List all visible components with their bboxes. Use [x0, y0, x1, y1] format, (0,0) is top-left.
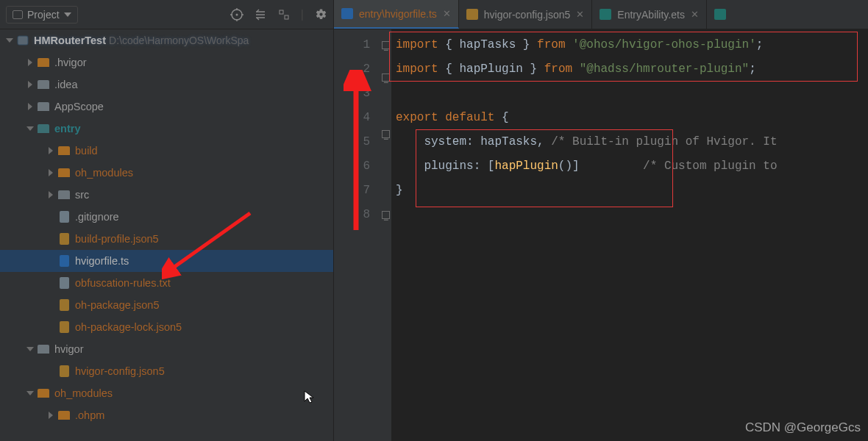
- folder-icon: [38, 58, 49, 67]
- expand-icon[interactable]: [254, 8, 267, 21]
- close-icon[interactable]: ✕: [443, 8, 451, 19]
- tree-folder[interactable]: build: [0, 140, 333, 162]
- tab-label: entry\hvigorfile.ts: [359, 8, 437, 20]
- close-icon[interactable]: ✕: [576, 9, 584, 20]
- json-file-icon: [466, 9, 478, 20]
- locate-icon[interactable]: [230, 8, 243, 21]
- editor-panel: entry\hvigorfile.ts ✕ hvigor-config.json…: [334, 0, 868, 441]
- tree-item-label: AppScope: [54, 101, 104, 112]
- tree-arrow-icon: [46, 146, 56, 156]
- fold-marker-icon[interactable]: [382, 130, 390, 138]
- code-line[interactable]: plugins: [hapPlugin()] /* Custom plugin …: [396, 154, 868, 179]
- folder-icon: [38, 80, 49, 89]
- code-line[interactable]: [396, 203, 868, 227]
- tree-file[interactable]: hvigor-config.json5: [0, 360, 333, 382]
- tree-item-label: oh_modules: [75, 167, 133, 179]
- tree-folder[interactable]: AppScope: [0, 96, 333, 118]
- line-number: 5: [334, 130, 370, 154]
- ets-file-icon: [714, 9, 726, 20]
- tree-folder[interactable]: hvigor: [0, 338, 333, 360]
- tree-item-label: .idea: [54, 79, 77, 90]
- editor-tab[interactable]: EntryAbility.ets ✕: [592, 0, 707, 29]
- ets-file-icon: [600, 9, 611, 20]
- watermark: CSDN @GeorgeGcs: [745, 420, 861, 435]
- tree-folder[interactable]: src: [0, 184, 333, 206]
- fold-marker-icon[interactable]: [382, 74, 390, 82]
- project-view-dropdown[interactable]: Project: [6, 6, 78, 24]
- project-icon: [13, 10, 23, 19]
- tree-root[interactable]: HMRouterTest D:\code\HarmonyOS\WorkSpa: [0, 29, 333, 51]
- line-number: 8: [334, 203, 370, 227]
- tree-file[interactable]: obfuscation-rules.txt: [0, 272, 333, 294]
- project-toolbar: Project |: [0, 0, 333, 29]
- editor-tabs: entry\hvigorfile.ts ✕ hvigor-config.json…: [334, 0, 868, 29]
- project-tree-panel: Project | HMRout: [0, 0, 334, 441]
- tree-item-label: .ohpm: [75, 409, 104, 421]
- collapse-icon[interactable]: [277, 8, 291, 21]
- file-icon: [60, 299, 69, 311]
- folder-icon: [58, 411, 70, 420]
- folder-icon: [38, 389, 49, 398]
- folder-icon: [58, 146, 70, 155]
- tree-item-label: oh_modules: [54, 387, 113, 399]
- code-area[interactable]: import { hapTasks } from '@ohos/hvigor-o…: [391, 29, 868, 441]
- tree-item-label: .hvigor: [54, 57, 87, 68]
- file-icon: [60, 321, 69, 333]
- ts-file-icon: [341, 8, 353, 19]
- tree-folder[interactable]: .ohpm: [0, 404, 333, 426]
- tree-arrow-icon: [25, 344, 35, 354]
- file-icon: [60, 211, 69, 223]
- svg-rect-8: [18, 36, 28, 45]
- fold-marker-icon[interactable]: [382, 211, 390, 219]
- editor-tab[interactable]: entry\hvigorfile.ts ✕: [334, 0, 459, 29]
- file-icon: [60, 233, 69, 245]
- svg-rect-6: [280, 10, 283, 14]
- tree-arrow-icon: [25, 57, 35, 68]
- fold-marker-icon[interactable]: [382, 41, 390, 49]
- tree-folder[interactable]: .hvigor: [0, 51, 333, 74]
- code-line[interactable]: import { hapTasks } from '@ohos/hvigor-o…: [396, 33, 868, 57]
- tree-arrow-icon: [25, 79, 35, 90]
- line-number: 7: [334, 179, 370, 203]
- line-gutter: 12345678: [334, 29, 380, 441]
- fold-column: [380, 29, 391, 441]
- project-tree[interactable]: HMRouterTest D:\code\HarmonyOS\WorkSpa .…: [0, 29, 333, 441]
- close-icon[interactable]: ✕: [691, 9, 699, 20]
- tree-folder[interactable]: entry: [0, 118, 333, 140]
- folder-icon: [38, 102, 49, 111]
- line-number: 4: [334, 106, 370, 130]
- line-number: 2: [334, 57, 370, 82]
- code-line[interactable]: import { hapPlugin } from "@hadss/hmrout…: [396, 57, 868, 82]
- tree-item-label: .gitignore: [75, 211, 119, 223]
- tree-file[interactable]: hvigorfile.ts: [0, 250, 333, 272]
- tree-arrow-icon: [25, 101, 35, 112]
- code-line[interactable]: system: hapTasks, /* Built-in plugin of …: [396, 130, 868, 154]
- tree-folder[interactable]: oh_modules: [0, 162, 333, 184]
- tree-folder[interactable]: .idea: [0, 74, 333, 96]
- tree-file[interactable]: oh-package-lock.json5: [0, 316, 333, 338]
- gear-icon[interactable]: [314, 8, 327, 21]
- folder-icon: [38, 345, 49, 354]
- tree-item-label: entry: [54, 123, 80, 135]
- code-line[interactable]: }: [396, 179, 868, 203]
- tree-file[interactable]: build-profile.json5: [0, 228, 333, 250]
- folder-icon: [38, 124, 49, 133]
- tree-item-label: oh-package-lock.json5: [75, 321, 182, 333]
- tree-item-label: oh-package.json5: [75, 299, 159, 311]
- tree-folder[interactable]: oh_modules: [0, 382, 333, 404]
- folder-icon: [58, 190, 70, 199]
- editor-tab-overflow[interactable]: [707, 0, 733, 29]
- line-number: 3: [334, 82, 370, 106]
- editor-tab[interactable]: hvigor-config.json5 ✕: [459, 0, 593, 29]
- line-number: 1: [334, 33, 370, 57]
- tree-item-label: build-profile.json5: [75, 233, 159, 245]
- chevron-down-icon: [4, 35, 15, 46]
- tree-file[interactable]: .gitignore: [0, 206, 333, 228]
- line-number: 6: [334, 154, 370, 179]
- folder-icon: [58, 168, 70, 177]
- tree-file[interactable]: oh-package.json5: [0, 294, 333, 316]
- code-line[interactable]: [396, 82, 868, 106]
- file-icon: [60, 365, 69, 377]
- code-line[interactable]: export default {: [396, 106, 868, 130]
- tab-label: hvigor-config.json5: [484, 9, 571, 21]
